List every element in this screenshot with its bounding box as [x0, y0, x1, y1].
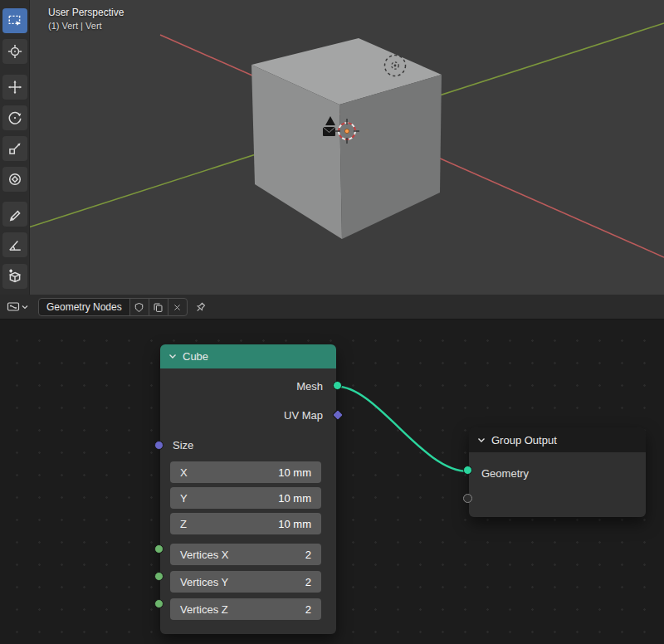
pin-icon: [194, 301, 207, 314]
field-value: 10 mm: [278, 466, 311, 479]
scale-icon: [7, 141, 22, 156]
vertices-y-field[interactable]: Vertices Y 2: [170, 571, 321, 593]
field-value: 10 mm: [278, 492, 311, 505]
viewport-scene: [0, 0, 664, 295]
vertices-x-field[interactable]: Vertices X 2: [170, 544, 321, 565]
cube-node-body: Mesh UV Map Size X 10 mm Y 10 mm Z 10 mm…: [160, 368, 336, 634]
tool-shelf: [0, 0, 30, 295]
size-x-field[interactable]: X 10 mm: [170, 461, 321, 483]
geometry-input-label: Geometry: [469, 456, 646, 492]
socket-size-input[interactable]: [154, 441, 164, 450]
tool-cursor-button[interactable]: [2, 39, 27, 64]
box-select-icon: [7, 13, 22, 28]
tool-measure-button[interactable]: [2, 232, 27, 257]
cursor-icon: [7, 44, 22, 59]
socket-geometry-input[interactable]: [463, 466, 472, 475]
unlink-button[interactable]: [168, 298, 188, 316]
field-label: Vertices Z: [180, 603, 228, 616]
object-origin-dot: [344, 129, 349, 133]
viewport-3d[interactable]: User Perspective (1) Vert | Vert: [0, 0, 664, 295]
tool-rotate-button[interactable]: [2, 105, 27, 130]
transform-icon: [7, 172, 22, 187]
field-value: 2: [305, 549, 311, 561]
group-output-node-body: Geometry: [469, 452, 646, 517]
node-editor-icon: [7, 300, 20, 314]
close-icon: [173, 303, 182, 312]
socket-vertices-z-input[interactable]: [154, 599, 164, 608]
cube-node[interactable]: Cube Mesh UV Map Size X 10 mm Y 10 mm Z …: [160, 344, 336, 634]
copy-icon: [153, 302, 164, 313]
field-value: 2: [305, 603, 311, 616]
mesh-output-label: Mesh: [160, 372, 336, 401]
tool-move-button[interactable]: [2, 75, 27, 100]
viewport-perspective-label: User Perspective: [48, 7, 124, 18]
tool-annotate-button[interactable]: [2, 202, 27, 227]
group-output-node-header[interactable]: Group Output: [469, 427, 646, 452]
socket-virtual-input[interactable]: [463, 494, 472, 503]
node-canvas[interactable]: Cube Mesh UV Map Size X 10 mm Y 10 mm Z …: [0, 320, 664, 644]
move-icon: [7, 80, 22, 95]
field-value: 2: [305, 576, 311, 588]
socket-vertices-x-input[interactable]: [154, 544, 164, 554]
fake-user-button[interactable]: [129, 298, 149, 316]
camera-icon[interactable]: [323, 127, 335, 136]
group-output-node-title: Group Output: [491, 434, 557, 446]
chevron-down-icon: [22, 305, 28, 310]
new-copy-button[interactable]: [149, 298, 168, 316]
chevron-down-icon[interactable]: [168, 354, 177, 359]
tool-transform-button[interactable]: [2, 167, 27, 192]
cube-node-title: Cube: [183, 350, 208, 363]
field-value: 10 mm: [278, 518, 311, 530]
field-label: Vertices Y: [180, 576, 228, 588]
node-tree-name-field[interactable]: Geometry Nodes: [38, 298, 130, 316]
field-label: Y: [180, 492, 188, 505]
editor-type-button[interactable]: [4, 298, 36, 316]
shield-icon: [134, 302, 144, 313]
tool-scale-button[interactable]: [2, 136, 27, 161]
group-output-node[interactable]: Group Output Geometry: [469, 427, 646, 517]
measure-icon: [7, 237, 22, 252]
socket-vertices-y-input[interactable]: [154, 572, 164, 581]
field-label: X: [180, 466, 188, 479]
size-input-label: Size: [160, 430, 336, 461]
add-cube-icon: [7, 269, 22, 284]
field-label: Z: [180, 518, 187, 530]
wire-mesh-to-geometry: [336, 387, 468, 472]
size-z-field[interactable]: Z 10 mm: [170, 513, 321, 534]
size-y-field[interactable]: Y 10 mm: [170, 487, 321, 509]
pin-button[interactable]: [193, 300, 208, 315]
socket-mesh-output[interactable]: [333, 381, 342, 390]
vertices-z-field[interactable]: Vertices Z 2: [170, 598, 321, 620]
node-tree-name-group: Geometry Nodes: [38, 298, 188, 316]
field-label: Vertices X: [180, 549, 229, 561]
tool-box-select-button[interactable]: [2, 8, 27, 33]
chevron-down-icon[interactable]: [477, 437, 486, 443]
rotate-icon: [7, 110, 22, 125]
cube-node-header[interactable]: Cube: [160, 344, 336, 368]
tool-add-cube-button[interactable]: [2, 264, 27, 289]
node-editor-header: Geometry Nodes: [0, 295, 664, 320]
annotate-icon: [7, 207, 22, 222]
uvmap-output-label: UV Map: [160, 401, 336, 430]
viewport-selection-label: (1) Vert | Vert: [48, 21, 102, 31]
